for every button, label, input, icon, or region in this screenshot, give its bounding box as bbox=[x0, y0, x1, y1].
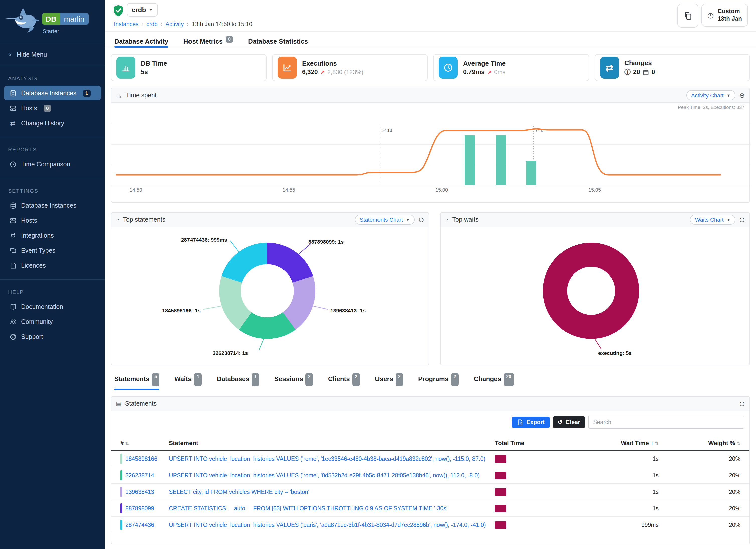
column-id[interactable]: #⇅ bbox=[111, 440, 169, 447]
breadcrumb-separator: › bbox=[187, 21, 189, 27]
statement-id-link[interactable]: 139638413 bbox=[125, 489, 154, 495]
x-tick-label: 14:55 bbox=[282, 187, 295, 193]
breadcrumb-separator: › bbox=[141, 21, 143, 27]
export-button[interactable]: Export bbox=[512, 416, 550, 428]
tab-host-metrics[interactable]: Host Metrics0 bbox=[183, 31, 233, 48]
breadcrumb: Instances›crdb›Activity›13th Jan 14:50 t… bbox=[114, 21, 252, 27]
collapse-panel-button[interactable]: ⊖ bbox=[739, 92, 745, 99]
detail-tab-programs[interactable]: Programs2 bbox=[418, 375, 458, 388]
detail-tab-statements[interactable]: Statements5 bbox=[114, 375, 159, 388]
breadcrumb-current: 13th Jan 14:50 to 15:10 bbox=[192, 21, 252, 27]
detail-tab-databases[interactable]: Databases1 bbox=[217, 375, 259, 388]
plan-label: Starter bbox=[43, 28, 59, 34]
sidebar-item-database-instances[interactable]: Database Instances bbox=[0, 198, 105, 213]
breadcrumb-link-instances[interactable]: Instances bbox=[114, 21, 138, 27]
detail-tab-changes[interactable]: Changes20 bbox=[474, 375, 514, 388]
collapse-panel-button[interactable]: ⊖ bbox=[739, 216, 745, 223]
time-spent-header: Time spent Activity Chart ▼ ⊖ bbox=[111, 88, 749, 103]
activity-chart-dropdown[interactable]: Activity Chart ▼ bbox=[686, 90, 735, 100]
sidebar-item-hosts[interactable]: Hosts bbox=[0, 213, 105, 228]
brand-wordmark: DBmarlin bbox=[42, 13, 88, 25]
column-weight[interactable]: Weight %⇅ bbox=[659, 440, 750, 447]
events-icon bbox=[9, 247, 17, 254]
sidebar-item-time-comparison[interactable]: Time Comparison bbox=[0, 157, 105, 171]
statement-id-link[interactable]: 1845898166 bbox=[125, 456, 157, 462]
tab-badge: 2 bbox=[352, 373, 360, 386]
cell-total-time bbox=[495, 521, 555, 529]
clear-icon: ↺ bbox=[558, 419, 562, 426]
statement-link[interactable]: CREATE STATISTICS __auto__ FROM [63] WIT… bbox=[169, 505, 447, 511]
delta-value: 0ms bbox=[494, 69, 505, 76]
copy-link-button[interactable] bbox=[677, 4, 698, 28]
breadcrumb-link-crdb[interactable]: crdb bbox=[146, 21, 158, 27]
chevron-down-icon: ▼ bbox=[149, 8, 153, 12]
panel-title: Top statements bbox=[123, 216, 166, 223]
time-range-button[interactable]: ◷ Custom 13th Jan bbox=[701, 4, 748, 27]
donut-label-887898099: 887898099: 1s bbox=[308, 239, 344, 245]
info-icon: ⓘ bbox=[624, 68, 631, 76]
column-statement[interactable]: Statement bbox=[169, 440, 495, 447]
leader-line bbox=[259, 338, 264, 350]
sidebar-item-licences[interactable]: Licences bbox=[0, 258, 105, 273]
sidebar-item-hosts[interactable]: Hosts0 bbox=[0, 101, 105, 115]
metric-card-db-time: DB Time5s bbox=[111, 54, 266, 81]
collapse-panel-button[interactable]: ⊖ bbox=[418, 216, 424, 223]
sidebar-item-integrations[interactable]: Integrations bbox=[0, 228, 105, 243]
tab-label: Users bbox=[375, 375, 393, 388]
column-total-time[interactable]: Total Time bbox=[495, 440, 555, 447]
leader-line bbox=[312, 306, 328, 309]
detail-tab-waits[interactable]: Waits1 bbox=[174, 375, 202, 388]
tab-database-statistics[interactable]: Database Statistics bbox=[248, 31, 308, 48]
cell-statement: UPSERT INTO vehicle_location_histories V… bbox=[169, 472, 495, 478]
sidebar-item-support[interactable]: Support bbox=[0, 329, 105, 344]
sidebar-item-database-instances[interactable]: Database Instances1 bbox=[4, 86, 101, 100]
sidebar-item-label: Database Instances bbox=[21, 89, 76, 97]
sidebar-item-documentation[interactable]: Documentation bbox=[0, 299, 105, 314]
row-color-bar bbox=[120, 454, 122, 464]
statement-link[interactable]: UPSERT INTO vehicle_location_histories V… bbox=[169, 472, 480, 478]
statement-link[interactable]: UPSERT INTO vehicle_location_histories V… bbox=[169, 456, 485, 462]
statement-id-link[interactable]: 287474436 bbox=[125, 522, 154, 528]
search-input[interactable] bbox=[588, 416, 744, 429]
hide-menu-button[interactable]: « Hide Menu bbox=[0, 43, 105, 66]
column-wait-time[interactable]: Wait Time↑⇅ bbox=[555, 440, 659, 447]
server-icon bbox=[9, 104, 17, 112]
statements-chart-dropdown[interactable]: Statements Chart ▼ bbox=[355, 215, 415, 225]
tab-badge: 2 bbox=[451, 373, 458, 386]
detail-tab-clients[interactable]: Clients2 bbox=[328, 375, 360, 388]
pie-chart-icon: ◔ bbox=[445, 216, 449, 223]
cell-total-time bbox=[495, 455, 555, 463]
statement-id-link[interactable]: 887898099 bbox=[125, 505, 154, 511]
collapse-panel-button[interactable]: ⊖ bbox=[739, 400, 745, 407]
sidebar: DBmarlin Starter « Hide Menu ANALYSISDat… bbox=[0, 0, 105, 549]
sidebar-item-event-types[interactable]: Event Types bbox=[0, 243, 105, 258]
sort-asc-icon: ↑ bbox=[651, 441, 653, 446]
tab-badge: 0 bbox=[226, 36, 233, 42]
total-time-bar bbox=[495, 505, 506, 512]
value: 6,320 bbox=[302, 69, 318, 76]
tab-database-activity[interactable]: Database Activity bbox=[114, 31, 168, 48]
statements-body: Export ↺ Clear #⇅ Statement Total Time W… bbox=[111, 411, 749, 544]
sort-icon: ⇅ bbox=[737, 441, 740, 446]
detail-tab-sessions[interactable]: Sessions2 bbox=[274, 375, 313, 388]
instance-selector[interactable]: crdb ▼ bbox=[127, 3, 158, 17]
row-color-bar bbox=[120, 503, 122, 513]
leader-line bbox=[203, 306, 222, 309]
detail-tab-users[interactable]: Users2 bbox=[375, 375, 403, 388]
sidebar-item-label: Database Instances bbox=[21, 202, 76, 209]
clear-button[interactable]: ↺ Clear bbox=[553, 416, 585, 428]
statement-id-link[interactable]: 326238714 bbox=[125, 472, 154, 478]
breadcrumb-link-activity[interactable]: Activity bbox=[166, 21, 184, 27]
support-icon bbox=[9, 333, 17, 340]
top-waits-panel: ◔ Top waits Waits Chart ▼ ⊖ executing: 5… bbox=[440, 212, 750, 365]
time-spent-chart: ⇄ 18⇄ 2 bbox=[111, 109, 750, 189]
statement-link[interactable]: SELECT city, id FROM vehicles WHERE city… bbox=[169, 489, 309, 495]
sidebar-item-change-history[interactable]: ⇄Change History bbox=[0, 116, 105, 130]
database-icon bbox=[9, 202, 17, 209]
sidebar-item-community[interactable]: Community bbox=[0, 314, 105, 329]
cell-id: 139638413 bbox=[111, 487, 169, 497]
waits-chart-dropdown[interactable]: Waits Chart ▼ bbox=[690, 215, 736, 225]
tab-label: Clients bbox=[328, 375, 350, 388]
tab-label: Statements bbox=[114, 375, 149, 388]
statement-link[interactable]: UPSERT INTO vehicle_location_histories V… bbox=[169, 522, 486, 528]
